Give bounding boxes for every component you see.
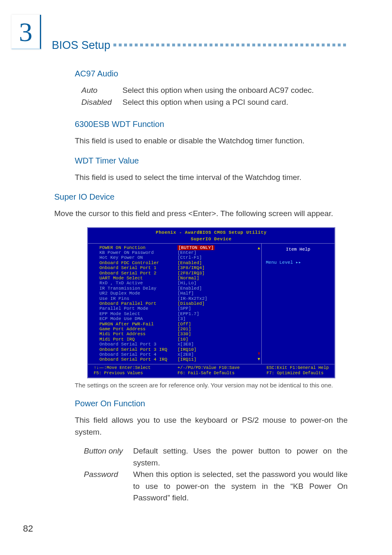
foot-failsafe: F6: Fail-Safe Defaults <box>178 371 235 375</box>
bios-setting-row: Onboard FDC Controller[Enabled] <box>99 260 257 265</box>
foot-prev: F5: Previous Values <box>94 371 143 375</box>
bios-setting-row: Parallel Port Mode[SPP] <box>99 306 257 311</box>
bios-setting-key: KB Power ON Password <box>99 250 178 255</box>
bios-setting-value: [IR-Rx2Tx2] <box>178 296 208 301</box>
bios-setting-row: Midi Port IRQ[10] <box>99 337 257 342</box>
bios-setting-row: Onboard Serial Port 2[2F8/IRQ3] <box>99 271 257 276</box>
bios-setting-value: [Hi,Lo] <box>178 281 196 286</box>
heading-wdt-function: 6300ESB WDT Function <box>75 118 348 130</box>
bios-setting-key: Onboard Serial Port 1 <box>99 265 178 270</box>
bios-setting-value: [3] <box>178 316 186 321</box>
chapter-number: 3 <box>19 12 32 52</box>
option-desc: When this option is selected, set the pa… <box>133 469 348 504</box>
bios-setting-value: [2F8/IRQ3] <box>178 271 205 276</box>
bios-setting-value: [Normal] <box>178 276 199 281</box>
bios-setting-row: Onboard Serial Port 4 IRQ[IRQ11] <box>99 357 257 362</box>
heading-power-on: Power On Function <box>75 397 348 410</box>
bios-setting-key: RxD , TxD Active <box>99 281 178 286</box>
bios-setting-value: [IRQ11] <box>178 357 196 362</box>
bios-setting-key: Onboard Serial Port 2 <box>99 271 178 276</box>
bios-setting-key: Onboard Serial Port 3 IRQ <box>99 347 178 352</box>
foot-nav: ↑↓→←:Move Enter:Select <box>94 365 151 370</box>
scroll-down-icon: ▼ <box>258 356 260 362</box>
bios-setting-value: [Enabled] <box>178 260 202 265</box>
option-row: Disabled Select this option when using a… <box>81 97 348 108</box>
scroll-up-icon: ▲ <box>258 245 260 251</box>
option-label: Button only <box>84 445 133 469</box>
paragraph: This field is used to enable or disable … <box>75 135 348 147</box>
bios-setting-key: ECP Mode Use DMA <box>99 316 178 321</box>
paragraph: This field is used to select the time in… <box>75 172 348 184</box>
help-title: Item Help <box>266 246 330 253</box>
foot-exit: ESC:Exit F1:General Help <box>267 365 329 370</box>
bios-setting-value: [Off] <box>178 322 191 327</box>
bios-title-line1: Phoenix - AwardBIOS CMOS Setup Utility <box>156 230 267 235</box>
bios-setting-value: [Enabled] <box>178 286 202 291</box>
paragraph: Move the cursor to this field and press … <box>54 208 368 220</box>
option-desc: Select this option when using the onboar… <box>122 85 348 97</box>
option-row: Button only Default setting. Uses the po… <box>84 445 348 469</box>
bios-setting-key: UART Mode Select <box>99 276 178 281</box>
heading-superio: Super IO Device <box>54 191 348 203</box>
bios-setting-key: Use IR Pins <box>99 296 178 301</box>
bios-setting-row: Midi Port Address[330] <box>99 332 257 336</box>
bios-setting-value: [IRQ10] <box>178 347 196 352</box>
bios-setting-row: Game Port Address[201] <box>99 327 257 332</box>
option-desc: Default setting. Uses the power button t… <box>133 445 348 469</box>
bios-setting-value: x[3E8] <box>178 342 194 347</box>
bios-setting-key: Onboard Serial Port 3 <box>99 342 178 347</box>
page-number: 82 <box>23 522 33 535</box>
bios-setting-row: Use IR Pins[IR-Rx2Tx2] <box>99 296 257 301</box>
bios-setting-value: x[2E8] <box>178 352 194 357</box>
bios-setting-key: Midi Port IRQ <box>99 337 178 342</box>
bios-setting-value: [201] <box>178 327 191 332</box>
bios-help-pane: Item Help Menu Level ▸▸ <box>261 244 334 364</box>
bios-setting-key: Onboard Serial Port 4 IRQ <box>99 357 178 362</box>
bios-setting-value: [Enter] <box>178 250 196 255</box>
help-menu-level: Menu Level ▸▸ <box>266 259 330 266</box>
bios-setting-row: PWRON After PWR-Fail[Off] <box>99 322 257 327</box>
option-label: Auto <box>81 85 122 97</box>
dot-leader <box>113 44 363 46</box>
chapter-tab: 3 <box>12 15 41 49</box>
bios-setting-row: ECP Mode Use DMA[3] <box>99 316 257 321</box>
option-row: Auto Select this option when using the o… <box>81 85 348 97</box>
bios-title-line2: SuperIO Device <box>191 237 231 242</box>
bios-setting-row: Hot Key Power ON[Ctrl-F1] <box>99 255 257 260</box>
option-label: Disabled <box>81 97 122 108</box>
bios-setting-key: IR Transmission Delay <box>99 286 178 291</box>
foot-optimized: F7: Optimized Defaults <box>267 371 324 375</box>
bios-setting-row: Onboard Serial Port 3 IRQ[IRQ10] <box>99 347 257 352</box>
bios-settings-pane: ▲ ▮ ▼ POWER ON Function[BUTTON ONLY]KB P… <box>88 244 261 364</box>
bios-setting-value: [Ctrl-F1] <box>178 255 202 260</box>
bios-setting-value: [Half] <box>178 291 194 296</box>
bios-setting-row: UR2 Duplex Mode[Half] <box>99 291 257 296</box>
bios-title: Phoenix - AwardBIOS CMOS Setup Utility S… <box>88 228 334 244</box>
poweron-options: Button only Default setting. Uses the po… <box>84 445 348 504</box>
bios-setting-row: Onboard Serial Port 4x[2E8] <box>99 352 257 357</box>
option-desc: Select this option when using a PCI soun… <box>122 97 348 108</box>
bios-setting-value: [SPP] <box>178 306 191 311</box>
bios-setting-row: Onboard Parallel Port[Disabled] <box>99 301 257 306</box>
ac97-options: Auto Select this option when using the o… <box>81 85 348 108</box>
bios-setting-value: [EPP1.7] <box>178 311 199 316</box>
option-row: Password When this option is selected, s… <box>84 469 348 504</box>
bios-setting-row: KB Power ON Password[Enter] <box>99 250 257 255</box>
heading-wdt-timer: WDT Timer Value <box>75 154 348 167</box>
bios-screenshot: Phoenix - AwardBIOS CMOS Setup Utility S… <box>87 227 335 378</box>
bios-setting-key: Game Port Address <box>99 327 178 332</box>
bios-footer: ↑↓→←:Move Enter:Select F5: Previous Valu… <box>88 364 334 378</box>
bios-setting-row: POWER ON Function[BUTTON ONLY] <box>99 245 257 250</box>
bios-setting-key: Onboard Serial Port 4 <box>99 352 178 357</box>
bios-setting-value: [10] <box>178 337 188 342</box>
bios-setting-key: POWER ON Function <box>99 245 178 250</box>
bios-setting-key: Onboard Parallel Port <box>99 301 178 306</box>
paragraph: This field allows you to use the keyboar… <box>75 415 348 438</box>
bios-setting-key: Onboard FDC Controller <box>99 260 178 265</box>
bios-setting-row: Onboard Serial Port 1[3F8/IRQ4] <box>99 265 257 270</box>
bios-setting-value: [330] <box>178 332 191 336</box>
bios-setting-row: EPP Mode Select[EPP1.7] <box>99 311 257 316</box>
bios-setting-row: IR Transmission Delay[Enabled] <box>99 286 257 291</box>
bios-setting-key: UR2 Duplex Mode <box>99 291 178 296</box>
bios-setting-value: [Disabled] <box>178 301 205 306</box>
